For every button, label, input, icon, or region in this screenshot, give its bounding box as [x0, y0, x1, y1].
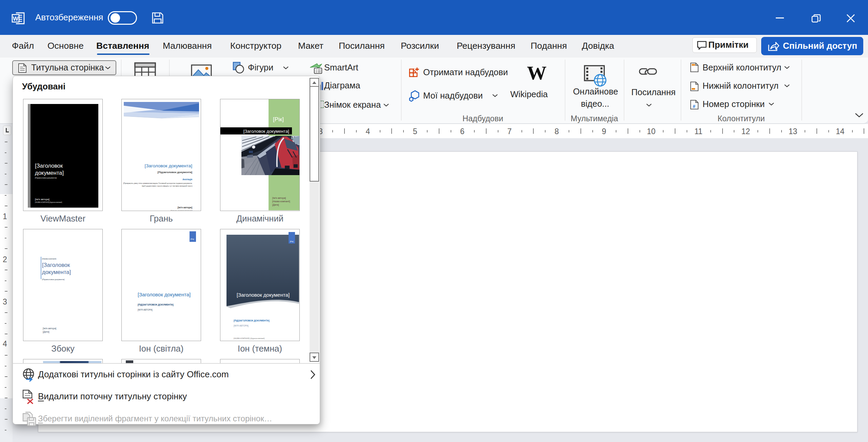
svg-text:W: W: [13, 16, 19, 22]
svg-text:#: #: [693, 104, 695, 109]
svg-text:[Рік]: [Рік]: [290, 240, 294, 243]
